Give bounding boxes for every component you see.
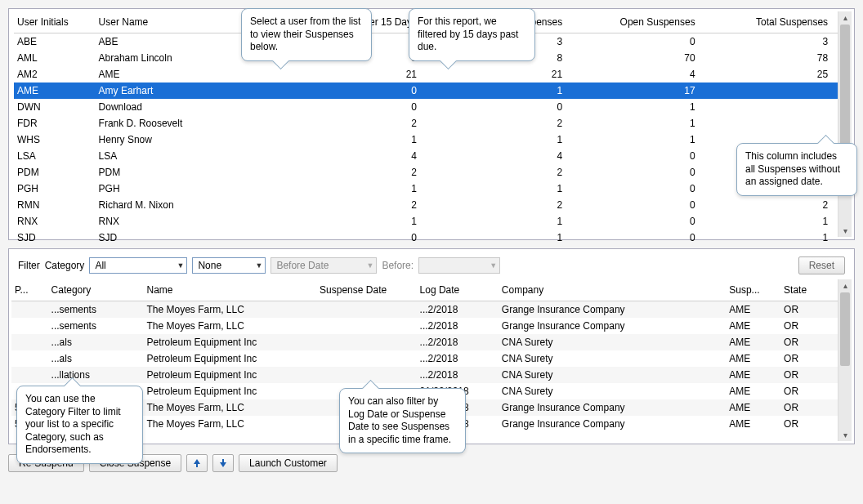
cell-over15: 0 <box>279 83 425 99</box>
cell-initials: DWN <box>14 99 96 115</box>
filter-label: Filter <box>18 260 40 271</box>
table-row[interactable]: ...sementsThe Moyes Farm, LLC...2/2018Gr… <box>11 301 852 319</box>
table-row[interactable]: RMNRichard M. Nixon2202 <box>14 197 852 213</box>
cell-suspense-date <box>316 367 417 383</box>
scroll-up-icon[interactable] <box>841 281 850 290</box>
filter-bar: Filter Category All ▼ None ▼ Before Date… <box>11 252 852 279</box>
cell-p <box>11 334 48 350</box>
cell-initials: PDM <box>14 164 96 181</box>
cell-name: PGH <box>96 181 279 197</box>
col-susp[interactable]: Susp... <box>726 279 780 301</box>
table-row[interactable]: WHSHenry Snow111 <box>14 132 852 148</box>
cell-over15: 1 <box>279 213 425 230</box>
cell-log-date: ...2/2018 <box>417 367 499 383</box>
table-row[interactable]: ...llationsPetroleum Equipment Inc...2/2… <box>11 367 852 383</box>
move-down-button[interactable] <box>212 454 234 472</box>
cell-state: OR <box>780 334 835 350</box>
arrow-up-icon <box>192 458 202 468</box>
table-row[interactable]: ...alsPetroleum Equipment Inc...2/2018CN… <box>11 334 852 350</box>
col-p[interactable]: P... <box>11 279 48 301</box>
cell-initials: FDR <box>14 115 96 132</box>
scroll-up-icon[interactable] <box>841 13 850 22</box>
grid-header-row: P... Category Name Suspense Date Log Dat… <box>11 279 852 301</box>
move-up-button[interactable] <box>186 454 208 472</box>
cell-state: OR <box>780 318 835 334</box>
chevron-down-icon: ▼ <box>366 261 373 270</box>
table-row[interactable]: LSALSA440 <box>14 148 852 164</box>
cell-name: Download <box>96 99 279 115</box>
before-value-combo: ▼ <box>418 257 500 274</box>
chevron-down-icon: ▼ <box>255 261 262 270</box>
vertical-scrollbar[interactable] <box>838 279 852 441</box>
vertical-scrollbar[interactable] <box>838 11 852 237</box>
col-name[interactable]: Name <box>143 279 316 301</box>
col-state[interactable]: State <box>780 279 835 301</box>
table-row[interactable]: ...sementsThe Moyes Farm, LLC...2/2018Gr… <box>11 318 852 334</box>
cell-category: ...als <box>48 350 144 367</box>
cell-name: Amy Earhart <box>96 83 279 99</box>
table-row[interactable]: ...alsPetroleum Equipment Inc...2/2018CN… <box>11 350 852 367</box>
col-suspense-date[interactable]: Suspense Date <box>316 279 417 301</box>
cell-susp: AME <box>726 399 780 416</box>
category-combo[interactable]: All ▼ <box>89 257 187 274</box>
date-field-combo[interactable]: None ▼ <box>192 257 266 274</box>
cell-initials: AME <box>14 83 96 99</box>
table-row[interactable]: PDMPDM2202 <box>14 164 852 181</box>
scroll-thumb[interactable] <box>840 292 850 366</box>
chevron-down-icon: ▼ <box>490 261 497 270</box>
cell-initials: RNX <box>14 213 96 230</box>
cell-total <box>704 115 836 132</box>
cell-p <box>11 301 48 319</box>
scroll-down-icon[interactable] <box>841 226 850 235</box>
col-category[interactable]: Category <box>48 279 144 301</box>
cell-company: CNA Surety <box>499 383 726 399</box>
cell-name: Petroleum Equipment Inc <box>143 350 316 367</box>
cell-state: OR <box>780 301 835 319</box>
table-row[interactable]: AMEAmy Earhart0117 <box>14 83 852 99</box>
launch-customer-button[interactable]: Launch Customer <box>239 454 338 472</box>
table-row[interactable]: SJDSJD0101 <box>14 230 852 246</box>
cell-open: 4 <box>570 66 703 83</box>
cell-susp: AME <box>726 367 780 383</box>
col-open[interactable]: Open Suspenses <box>570 11 703 33</box>
scroll-down-icon[interactable] <box>841 430 850 439</box>
cell-company: Grange Insurance Company <box>499 301 726 319</box>
cell-name: The Moyes Farm, LLC <box>143 301 316 319</box>
table-row[interactable]: PGHPGH1101 <box>14 181 852 197</box>
cell-name: PDM <box>96 164 279 181</box>
cell-category: ...sements <box>48 301 144 319</box>
cell-pastdue: 1 <box>425 83 570 99</box>
col-total[interactable]: Total Suspenses <box>704 11 836 33</box>
cell-initials: AM2 <box>14 66 96 83</box>
table-row[interactable]: AM2AME2121425 <box>14 66 852 83</box>
cell-total: 1 <box>704 213 836 230</box>
cell-name: Henry Snow <box>96 132 279 148</box>
cell-suspense-date <box>316 334 417 350</box>
cell-susp: AME <box>726 318 780 334</box>
cell-pastdue: 2 <box>425 197 570 213</box>
cell-state: OR <box>780 383 835 399</box>
cell-over15: 4 <box>279 148 425 164</box>
cell-state: OR <box>780 416 835 432</box>
callout-text: You can also filter by Log Date or Suspe… <box>348 395 451 445</box>
cell-log-date: ...2/2018 <box>417 334 499 350</box>
cell-company: CNA Surety <box>499 350 726 367</box>
col-log-date[interactable]: Log Date <box>417 279 499 301</box>
cell-name: Petroleum Equipment Inc <box>143 367 316 383</box>
col-user-initials[interactable]: User Initials <box>14 11 96 33</box>
cell-open: 1 <box>570 99 703 115</box>
table-row[interactable]: DWNDownload001 <box>14 99 852 115</box>
cell-open: 70 <box>570 50 703 66</box>
cell-total: 78 <box>704 50 836 66</box>
cell-name: The Moyes Farm, LLC <box>143 318 316 334</box>
cell-suspense-date <box>316 301 417 319</box>
cell-pastdue: 1 <box>425 181 570 197</box>
reset-button[interactable]: Reset <box>798 256 845 274</box>
arrow-down-icon <box>218 458 228 468</box>
callout-filtered-days: For this report, we filtered by 15 days … <box>409 8 535 61</box>
cell-log-date: ...2/2018 <box>417 350 499 367</box>
callout-text: This column includes all Suspenses witho… <box>745 150 840 187</box>
table-row[interactable]: RNXRNX1101 <box>14 213 852 230</box>
col-company[interactable]: Company <box>499 279 726 301</box>
table-row[interactable]: FDRFrank D. Roosevelt221 <box>14 115 852 132</box>
